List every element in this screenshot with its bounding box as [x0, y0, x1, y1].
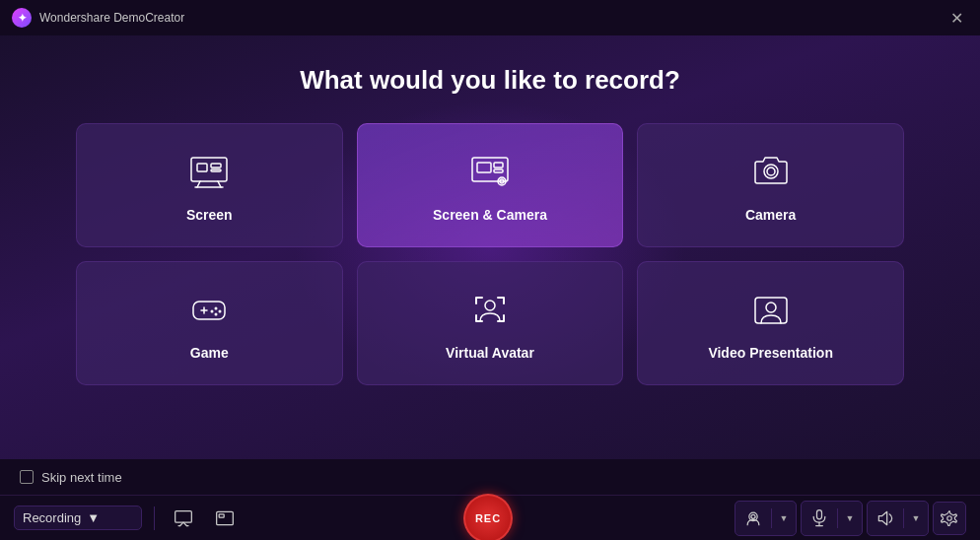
svg-rect-30 — [817, 509, 822, 518]
svg-rect-4 — [197, 164, 207, 171]
window-capture-button[interactable] — [208, 502, 242, 535]
svg-point-22 — [485, 301, 495, 310]
card-game-label: Game — [190, 345, 229, 361]
virtual-avatar-icon — [466, 286, 514, 333]
rec-label: REC — [475, 512, 501, 524]
screen-camera-icon — [466, 148, 514, 195]
card-screen-camera-label: Screen & Camera — [433, 207, 547, 223]
mic-dropdown-arrow[interactable]: ▼ — [838, 502, 862, 535]
microphone-group: ▼ — [801, 501, 863, 536]
card-screen-camera[interactable]: Screen & Camera — [357, 123, 624, 247]
rec-btn-wrapper: REC — [249, 494, 727, 541]
svg-rect-6 — [211, 169, 221, 171]
webcam-button[interactable] — [735, 502, 771, 535]
card-camera-label: Camera — [745, 207, 796, 223]
divider-1 — [154, 506, 155, 530]
game-icon — [185, 286, 233, 333]
page-heading: What would you like to record? — [300, 65, 680, 96]
screen-capture-button[interactable] — [167, 502, 200, 535]
card-video-presentation[interactable]: Video Presentation — [637, 261, 904, 385]
svg-rect-25 — [175, 510, 192, 522]
settings-button[interactable] — [933, 502, 966, 535]
bottom-bar: Recording ▼ REC — [0, 495, 980, 540]
svg-point-24 — [766, 303, 776, 312]
svg-point-33 — [947, 515, 952, 520]
speaker-button[interactable] — [868, 502, 903, 535]
screen-icon — [185, 148, 233, 195]
right-controls: ▼ ▼ ▼ — [735, 501, 966, 536]
microphone-button[interactable] — [802, 502, 837, 535]
svg-point-29 — [751, 514, 755, 518]
app-title: Wondershare DemoCreator — [39, 11, 184, 25]
svg-point-13 — [764, 165, 778, 178]
rec-button[interactable]: REC — [463, 494, 513, 541]
close-button[interactable]: ✕ — [945, 6, 968, 30]
svg-point-18 — [215, 307, 218, 310]
card-virtual-avatar[interactable]: Virtual Avatar — [357, 261, 624, 385]
svg-point-14 — [767, 168, 775, 175]
svg-rect-10 — [494, 169, 503, 172]
skip-row: Skip next time — [0, 459, 980, 495]
recording-dropdown[interactable]: Recording ▼ — [14, 506, 142, 530]
card-virtual-avatar-label: Virtual Avatar — [446, 345, 534, 361]
skip-label: Skip next time — [41, 470, 122, 485]
webcam-dropdown-arrow[interactable]: ▼ — [772, 502, 796, 535]
main-content: What would you like to record? Screen — [0, 35, 980, 459]
svg-point-20 — [211, 310, 214, 313]
cards-grid: Screen Screen & Camera — [76, 123, 904, 385]
svg-rect-9 — [494, 163, 503, 168]
svg-line-1 — [197, 181, 200, 187]
webcam-group: ▼ — [735, 501, 797, 536]
card-game[interactable]: Game — [76, 261, 343, 385]
speaker-group: ▼ — [867, 501, 929, 536]
svg-rect-5 — [211, 164, 221, 168]
titlebar-left: ✦ Wondershare DemoCreator — [12, 8, 184, 28]
svg-point-21 — [215, 313, 218, 316]
speaker-dropdown-arrow[interactable]: ▼ — [904, 502, 928, 535]
svg-rect-27 — [219, 513, 224, 516]
recording-label: Recording — [23, 510, 81, 525]
app-logo: ✦ — [12, 8, 32, 28]
card-screen-label: Screen — [186, 207, 233, 223]
titlebar: ✦ Wondershare DemoCreator ✕ — [0, 0, 980, 35]
skip-checkbox[interactable] — [20, 470, 34, 484]
svg-line-2 — [218, 181, 221, 187]
card-video-presentation-label: Video Presentation — [708, 345, 833, 361]
camera-icon — [747, 148, 795, 195]
dropdown-arrow-icon: ▼ — [87, 510, 133, 525]
video-presentation-icon — [747, 286, 795, 333]
svg-point-19 — [219, 310, 222, 313]
card-screen[interactable]: Screen — [76, 123, 343, 247]
card-camera[interactable]: Camera — [637, 123, 904, 247]
svg-rect-8 — [477, 163, 491, 172]
svg-rect-23 — [755, 298, 787, 323]
